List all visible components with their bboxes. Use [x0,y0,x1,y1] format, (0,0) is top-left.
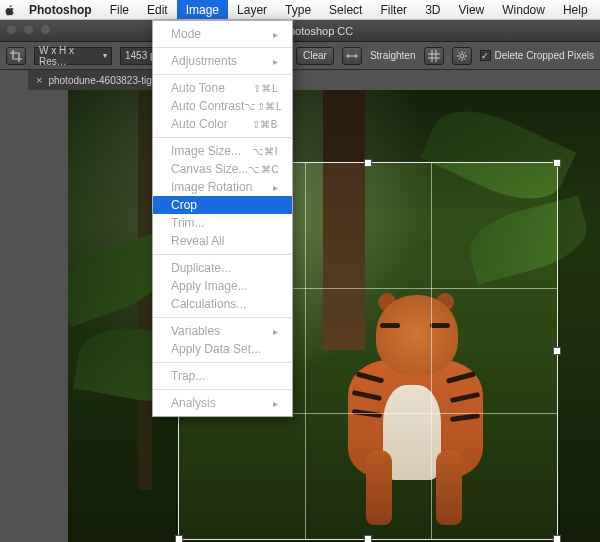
menuitem-trim: Trim... [153,214,292,232]
crop-handle[interactable] [364,535,372,542]
menu-filter[interactable]: Filter [371,0,416,19]
menuitem-auto-contrast: Auto Contrast⌥⇧⌘L [153,97,292,115]
crop-options-gear-icon[interactable] [452,47,472,65]
menu-window[interactable]: Window [493,0,554,19]
menuitem-image-rotation: Image Rotation [153,178,292,196]
image-menu-dropdown: ModeAdjustmentsAuto Tone⇧⌘LAuto Contrast… [152,20,293,417]
svg-point-0 [460,54,464,58]
crop-tool-icon[interactable] [6,47,26,65]
crop-preset-select[interactable]: W x H x Res…▾ [34,47,112,65]
menu-help[interactable]: Help [554,0,597,19]
straighten-label: Straighten [370,50,416,61]
mac-menubar: Photoshop FileEditImageLayerTypeSelectFi… [0,0,600,20]
window-titlebar: Adobe Photoshop CC [0,20,600,42]
menuitem-auto-tone: Auto Tone⇧⌘L [153,79,292,97]
menuitem-duplicate: Duplicate... [153,259,292,277]
close-icon[interactable]: × [36,74,42,86]
menu-image[interactable]: Image [177,0,228,19]
menuitem-canvas-size: Canvas Size...⌥⌘C [153,160,292,178]
checkmark-icon: ✓ [480,50,491,61]
menuitem-mode: Mode [153,25,292,43]
menu-view[interactable]: View [449,0,493,19]
delete-cropped-checkbox[interactable]: ✓ Delete Cropped Pixels [480,50,595,61]
menuitem-analysis: Analysis [153,394,292,412]
menu-3d[interactable]: 3D [416,0,449,19]
canvas[interactable] [68,90,600,542]
menu-edit[interactable]: Edit [138,0,177,19]
menu-file[interactable]: File [101,0,138,19]
menu-layer[interactable]: Layer [228,0,276,19]
menuitem-adjustments: Adjustments [153,52,292,70]
menuitem-trap: Trap... [153,367,292,385]
app-name[interactable]: Photoshop [20,3,101,17]
menuitem-image-size: Image Size...⌥⌘I [153,142,292,160]
options-bar: W x H x Res…▾ 1453 px Clear Straighten ✓… [0,42,600,70]
menuitem-reveal-all: Reveal All [153,232,292,250]
crop-handle[interactable] [175,535,183,542]
traffic-lights[interactable] [6,24,51,35]
menuitem-crop[interactable]: Crop [153,196,292,214]
menuitem-auto-color: Auto Color⇧⌘B [153,115,292,133]
menu-type[interactable]: Type [276,0,320,19]
menuitem-variables: Variables [153,322,292,340]
crop-handle[interactable] [553,159,561,167]
workspace: × photodune-4603823-tiger-m.j… [0,70,600,542]
clear-button[interactable]: Clear [296,47,334,65]
crop-handle[interactable] [553,535,561,542]
grid-overlay-icon[interactable] [424,47,444,65]
menu-select[interactable]: Select [320,0,371,19]
menuitem-apply-image: Apply Image... [153,277,292,295]
menuitem-apply-data-set: Apply Data Set... [153,340,292,358]
apple-menu-icon[interactable] [0,4,20,16]
menuitem-calculations: Calculations... [153,295,292,313]
straighten-icon[interactable] [342,47,362,65]
crop-handle[interactable] [553,347,561,355]
crop-handle[interactable] [364,159,372,167]
